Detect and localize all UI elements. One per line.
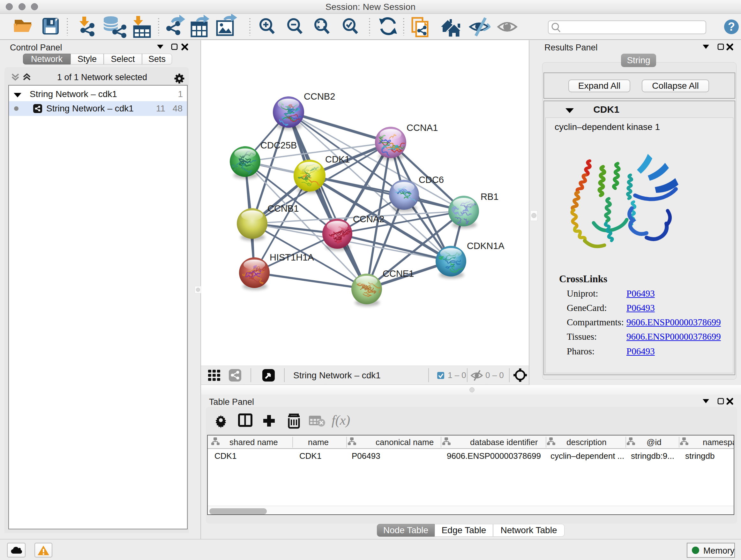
svg-text:?: ? <box>728 20 735 33</box>
svg-text:0 – 0: 0 – 0 <box>485 370 504 380</box>
svg-text:String Network – cdk1: String Network – cdk1 <box>293 370 381 380</box>
svg-text:@id: @id <box>647 437 662 447</box>
svg-text:1 – 0: 1 – 0 <box>448 370 466 380</box>
svg-text:CCNB1: CCNB1 <box>267 203 299 213</box>
svg-text:description: description <box>566 437 607 447</box>
svg-text:CDKN1A: CDKN1A <box>467 241 504 251</box>
svg-text:CDC25B: CDC25B <box>260 140 297 150</box>
svg-text:CDC6: CDC6 <box>419 175 444 185</box>
svg-text:name: name <box>308 437 329 447</box>
svg-text:namespac: namespac <box>703 437 734 447</box>
svg-text:CCNA1: CCNA1 <box>407 123 438 133</box>
svg-text:f(x): f(x) <box>332 413 350 428</box>
svg-text:CCNA2: CCNA2 <box>353 214 384 224</box>
svg-text:database identifier: database identifier <box>470 437 538 447</box>
svg-text:canonical name: canonical name <box>376 437 434 447</box>
svg-text:CCNB2: CCNB2 <box>304 91 335 102</box>
svg-text:shared name: shared name <box>229 437 278 447</box>
svg-text:CCNE1: CCNE1 <box>383 268 414 279</box>
svg-text:CDK1: CDK1 <box>325 154 350 165</box>
svg-text:RB1: RB1 <box>481 192 498 202</box>
svg-text:HIST1H1A: HIST1H1A <box>270 252 314 262</box>
